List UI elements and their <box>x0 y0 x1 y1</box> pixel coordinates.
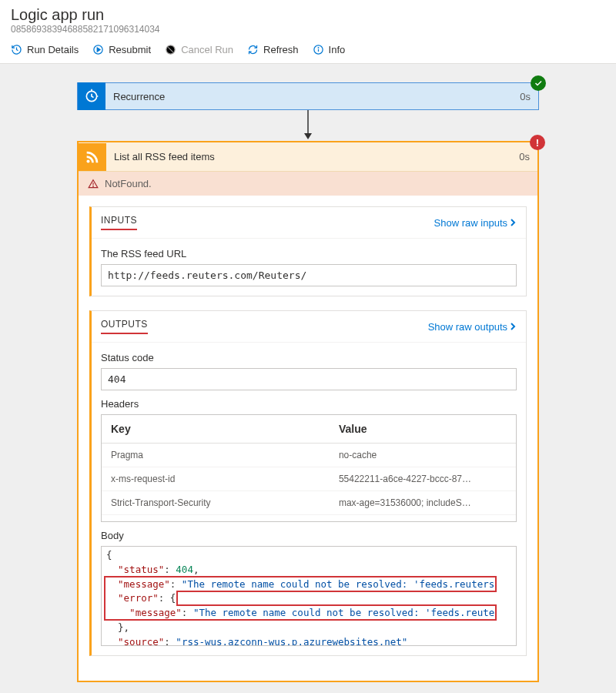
toolbar: Run Details Resubmit Cancel Run Refresh … <box>0 38 616 63</box>
error-text: NotFound. <box>105 178 152 189</box>
run-details-button[interactable]: Run Details <box>11 44 79 55</box>
info-button[interactable]: Info <box>313 44 346 55</box>
body-json[interactable]: { "status": 404, "message": "The remote … <box>101 546 517 646</box>
outputs-panel: OUTPUTS Show raw outputs Status code 404… <box>89 310 527 656</box>
svg-point-7 <box>93 186 94 186</box>
rss-step-header[interactable]: List all RSS feed items 0s <box>79 142 537 172</box>
inputs-title: INPUTS <box>101 215 137 230</box>
cancel-run-button: Cancel Run <box>165 44 233 55</box>
refresh-icon <box>247 44 259 55</box>
headers-label: Headers <box>101 398 517 410</box>
page-header: Logic app run 08586938394688582171096314… <box>0 0 616 38</box>
headers-value-col: Value <box>330 415 516 444</box>
body-label: Body <box>101 530 517 541</box>
headers-table-wrap[interactable]: Key Value Pragmano-cachex-ms-request-id5… <box>101 414 517 522</box>
svg-point-6 <box>86 159 89 162</box>
table-row: x-ms-request-id55422211-a6ce-4227-bccc-8… <box>102 467 516 491</box>
recurrence-title: Recurrence <box>105 91 512 102</box>
rss-icon <box>79 143 106 171</box>
cancel-icon <box>165 44 176 55</box>
table-row: Strict-Transport-Securitymax-age=3153600… <box>102 491 516 515</box>
refresh-button[interactable]: Refresh <box>247 44 299 55</box>
page-title: Logic app run <box>11 6 605 24</box>
headers-table: Key Value Pragmano-cachex-ms-request-id5… <box>102 415 516 515</box>
inputs-panel: INPUTS Show raw inputs The RSS feed URL … <box>89 206 527 296</box>
info-icon <box>313 44 324 55</box>
svg-point-3 <box>318 48 319 49</box>
recurrence-step[interactable]: Recurrence 0s <box>77 82 539 110</box>
rss-url-label: The RSS feed URL <box>101 248 517 259</box>
rss-step: ! List all RSS feed items 0s NotFound. I… <box>77 141 539 682</box>
run-canvas: Recurrence 0s ! List all RSS feed items … <box>0 63 616 693</box>
headers-key-col: Key <box>102 415 330 444</box>
outputs-title: OUTPUTS <box>101 319 148 334</box>
rss-step-duration: 0s <box>511 151 537 162</box>
error-bar: NotFound. <box>79 172 537 196</box>
warning-icon <box>88 179 99 189</box>
play-circle-icon <box>92 44 104 55</box>
chevron-right-icon <box>509 323 517 330</box>
show-raw-inputs-link[interactable]: Show raw inputs <box>434 217 517 229</box>
chevron-right-icon <box>509 219 517 226</box>
run-id: 08586938394688582171096314034 <box>11 24 605 35</box>
status-code-label: Status code <box>101 352 517 363</box>
connector-arrow <box>303 110 313 141</box>
rss-step-title: List all RSS feed items <box>106 151 511 162</box>
clock-icon <box>78 82 105 110</box>
status-code-value[interactable]: 404 <box>101 368 517 390</box>
recurrence-duration: 0s <box>512 91 538 102</box>
resubmit-button[interactable]: Resubmit <box>92 44 151 55</box>
error-badge: ! <box>530 135 545 150</box>
history-icon <box>11 44 22 55</box>
success-badge <box>531 75 546 91</box>
rss-url-value[interactable]: http://feeds.reuters.com/Reuters/ <box>101 264 517 286</box>
table-row: Pragmano-cache <box>102 444 516 467</box>
show-raw-outputs-link[interactable]: Show raw outputs <box>428 321 517 333</box>
